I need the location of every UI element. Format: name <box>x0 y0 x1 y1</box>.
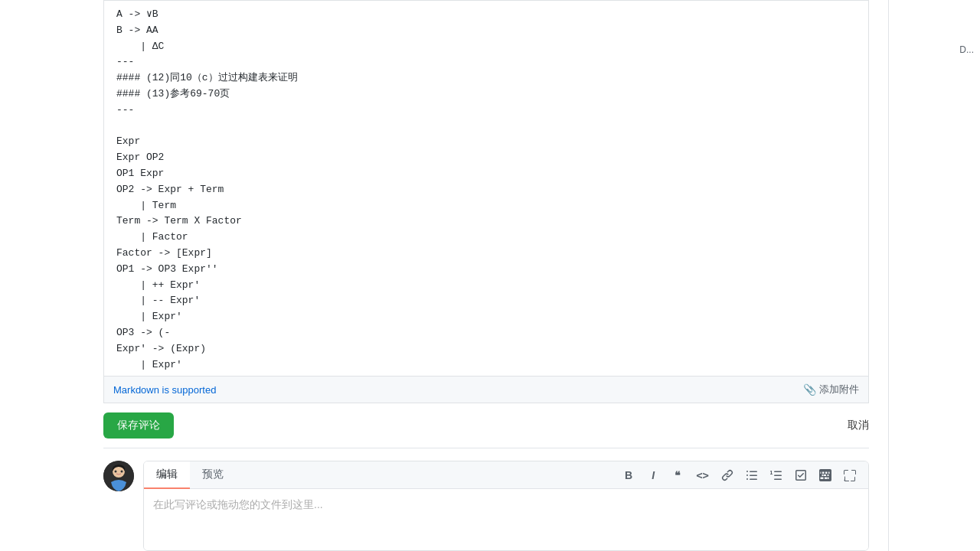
fullscreen-button[interactable] <box>841 468 859 483</box>
attach-label: 添加附件 <box>819 383 859 396</box>
code-editor[interactable]: A -> ∨B B -> AA | ΔC --- #### (12)同10（c）… <box>104 1 868 376</box>
attach-icon: 📎 <box>803 383 816 396</box>
cancel-button[interactable]: 取消 <box>848 419 869 432</box>
code-button[interactable]: <> <box>693 468 712 483</box>
italic-button[interactable]: I <box>644 468 662 483</box>
action-row: 保存评论 取消 <box>103 403 869 448</box>
svg-point-3 <box>121 471 123 473</box>
right-panel: D... <box>888 0 980 551</box>
comment-editor-header: 编辑 预览 B I ❝ <> <box>144 461 868 489</box>
svg-point-2 <box>115 471 117 473</box>
editor-area: A -> ∨B B -> AA | ΔC --- #### (12)同10（c）… <box>103 0 869 403</box>
tab-edit[interactable]: 编辑 <box>144 461 190 489</box>
avatar <box>103 461 134 491</box>
right-panel-content: D... <box>959 44 974 55</box>
unordered-list-button[interactable] <box>743 468 761 483</box>
attach-file-button[interactable]: 📎 添加附件 <box>803 383 859 396</box>
toolbar-right: B I ❝ <> <box>610 461 868 488</box>
bold-button[interactable]: B <box>619 468 638 483</box>
comment-editor: 编辑 预览 B I ❝ <> <box>143 461 869 551</box>
table-button[interactable] <box>816 468 835 483</box>
ordered-list-button[interactable] <box>767 468 786 483</box>
comment-input[interactable]: 在此写评论或拖动您的文件到这里... <box>144 489 868 550</box>
editor-footer: Markdown is supported 📎 添加附件 <box>104 376 868 403</box>
markdown-supported-link[interactable]: Markdown is supported <box>113 384 216 396</box>
new-comment-area: 编辑 预览 B I ❝ <> <box>103 448 869 551</box>
page-container: A -> ∨B B -> AA | ΔC --- #### (12)同10（c）… <box>0 0 980 551</box>
save-button[interactable]: 保存评论 <box>103 412 174 439</box>
task-list-button[interactable] <box>792 468 810 483</box>
tab-preview[interactable]: 预览 <box>190 461 236 489</box>
quote-button[interactable]: ❝ <box>668 468 687 483</box>
link-button[interactable] <box>718 468 737 483</box>
